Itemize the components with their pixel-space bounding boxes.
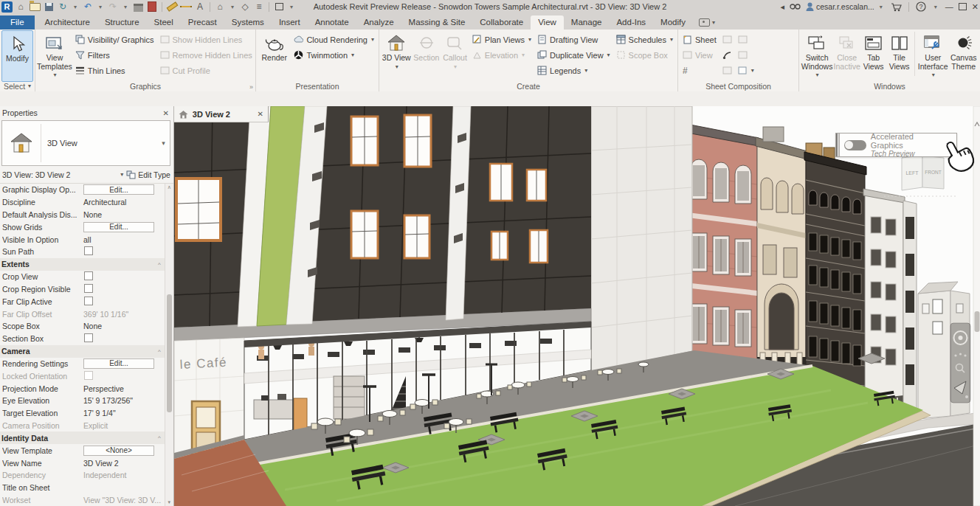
tab-add-ins[interactable]: Add-Ins <box>609 15 653 30</box>
guide-grid-button[interactable]: # <box>680 63 720 78</box>
tab-view[interactable]: View <box>531 15 564 30</box>
property-row[interactable]: Sun Path <box>0 246 165 258</box>
sheet-button[interactable]: Sheet <box>680 32 720 47</box>
section-icon[interactable]: ◇ <box>239 1 251 12</box>
drafting-view-button[interactable]: Drafting View <box>534 32 613 47</box>
properties-scrollbar[interactable]: ∧ ▾ <box>165 184 173 506</box>
matchline-button[interactable] <box>720 63 735 78</box>
minimize-button[interactable]: — <box>945 2 953 11</box>
insert-file-button[interactable] <box>735 47 757 63</box>
title-block-button[interactable] <box>720 47 735 63</box>
show-hidden-lines-button[interactable]: Show Hidden Lines <box>157 32 255 47</box>
property-row[interactable]: Show GridsEdit... <box>0 221 165 233</box>
view-on-sheet-button[interactable]: View <box>680 47 720 63</box>
tab-annotate[interactable]: Annotate <box>308 15 356 30</box>
tab-structure[interactable]: Structure <box>97 15 147 30</box>
search-icon[interactable] <box>790 2 801 11</box>
measure-icon[interactable] <box>166 1 178 12</box>
accelerated-graphics-toggle[interactable] <box>844 140 866 150</box>
plan-views-button[interactable]: Plan Views▾ <box>469 32 534 47</box>
property-row[interactable]: View Name3D View 2 <box>0 457 165 469</box>
close-inactive-button[interactable]: Close Inactive <box>833 30 860 80</box>
redo-dropdown-icon[interactable]: ▾ <box>121 1 130 12</box>
checkbox[interactable] <box>84 246 93 255</box>
tab-analyze[interactable]: Analyze <box>356 15 401 30</box>
collapse-icon[interactable]: ◂ <box>780 2 784 12</box>
user-interface-button[interactable]: User Interface▾ <box>917 30 948 80</box>
tab-precast[interactable]: Precast <box>181 15 224 30</box>
checkbox[interactable] <box>84 333 93 342</box>
selector-dropdown-icon[interactable]: ▾ <box>120 171 123 178</box>
print-icon[interactable] <box>132 1 144 12</box>
revisions-button[interactable] <box>720 32 735 47</box>
view-template-button[interactable]: <None> <box>83 446 154 456</box>
tile-views-button[interactable]: Tile Views <box>886 30 912 80</box>
duplicate-view-button[interactable]: Duplicate View▾ <box>534 47 613 63</box>
customize-qat-icon[interactable]: ▾ <box>287 1 296 12</box>
property-row[interactable]: Default Analysis Dis...None <box>0 209 165 221</box>
tab-file[interactable]: File <box>0 15 35 30</box>
property-row[interactable]: Projection ModePerspective <box>0 382 165 395</box>
remove-hidden-lines-button[interactable]: Remove Hidden Lines <box>157 47 255 63</box>
elevation-button[interactable]: Elevation▾ <box>469 47 534 63</box>
tab-collaborate[interactable]: Collaborate <box>472 15 531 30</box>
close-button[interactable]: ✕ <box>972 2 979 12</box>
tab-modify[interactable]: Modify <box>653 15 693 30</box>
type-selector[interactable]: 3D View ▾ <box>1 120 170 166</box>
legends-button[interactable]: Legends▾ <box>534 63 613 78</box>
home-icon[interactable]: ⌂ <box>15 1 27 12</box>
property-row[interactable]: Rendering SettingsEdit... <box>0 358 165 370</box>
panel-expand-icon[interactable]: » <box>249 83 253 91</box>
graphics-panel-label[interactable]: Graphics <box>35 80 255 91</box>
tab-insert[interactable]: Insert <box>272 15 308 30</box>
property-group-header[interactable]: Identity Data^ <box>0 432 165 444</box>
sheet-composition-panel-label[interactable]: Sheet Composition <box>678 80 798 91</box>
property-row[interactable]: Graphic Display Op...Edit... <box>0 184 165 196</box>
presentation-panel-label[interactable]: Presentation <box>256 80 379 91</box>
scrollbar-thumb[interactable] <box>167 294 172 412</box>
view-tab[interactable]: 3D View 2 ✕ <box>174 106 269 122</box>
scope-box-button[interactable]: Scope Box <box>613 47 676 63</box>
checkbox[interactable] <box>84 284 93 293</box>
sync-icon[interactable]: ↻ <box>57 1 69 12</box>
restore-button[interactable] <box>959 3 967 10</box>
property-row[interactable]: Target Elevation17' 9 1/4" <box>0 407 165 420</box>
tab-systems[interactable]: Systems <box>224 15 272 30</box>
render-button[interactable]: Render <box>258 30 291 80</box>
modify-button[interactable]: Modify <box>1 30 33 82</box>
section-button[interactable]: Section <box>413 30 441 80</box>
insert-views-button[interactable] <box>735 32 757 47</box>
accelerated-graphics-dropdown-icon[interactable]: ▼ <box>945 140 956 150</box>
filters-button[interactable]: Filters <box>72 47 157 63</box>
revit-logo-icon[interactable]: R <box>1 1 13 13</box>
tab-architecture[interactable]: Architecture <box>38 15 97 30</box>
callout-button[interactable]: Callout▾ <box>441 30 469 80</box>
checkbox[interactable] <box>84 297 93 305</box>
thin-lines-icon[interactable]: ≡ <box>253 1 265 12</box>
drawing-area[interactable]: le Café <box>174 106 980 506</box>
sheet-issues-button[interactable]: ▾ <box>735 63 757 78</box>
switch-windows-button[interactable]: Switch Windows▾ <box>801 30 833 80</box>
tab-steel[interactable]: Steel <box>147 15 181 30</box>
property-row[interactable]: View Template<None> <box>0 444 165 457</box>
property-row[interactable]: DisciplineArchitectural <box>0 196 165 209</box>
account-menu[interactable]: cesar.r.escalan... ▾ <box>806 1 886 12</box>
property-group-header[interactable]: Extents^ <box>0 258 165 271</box>
text-icon[interactable]: A <box>194 1 206 12</box>
close-document-icon[interactable] <box>146 1 158 12</box>
3d-view-button[interactable]: 3D View▾ <box>381 30 413 80</box>
property-row[interactable]: Scope BoxNone <box>0 320 165 333</box>
tab-massing-site[interactable]: Massing & Site <box>401 15 473 30</box>
edit-button[interactable]: Edit... <box>83 358 154 369</box>
checkbox[interactable] <box>84 271 93 280</box>
windows-panel-label[interactable]: Windows <box>799 80 980 91</box>
property-row[interactable]: Visible In Optionall <box>0 233 165 246</box>
3d-view-dropdown-icon[interactable]: ▾ <box>228 1 237 12</box>
cut-profile-button[interactable]: Cut Profile <box>157 63 255 78</box>
default-3d-view-icon[interactable]: ⌂ <box>214 1 226 12</box>
edit-button[interactable]: Edit... <box>83 222 154 232</box>
sync-dropdown-icon[interactable]: ▾ <box>71 1 80 12</box>
element-selector[interactable]: 3D View: 3D View 2 <box>2 170 117 179</box>
select-panel-label[interactable]: Select▾ <box>0 80 35 91</box>
undo-icon[interactable]: ↶ <box>82 1 94 12</box>
